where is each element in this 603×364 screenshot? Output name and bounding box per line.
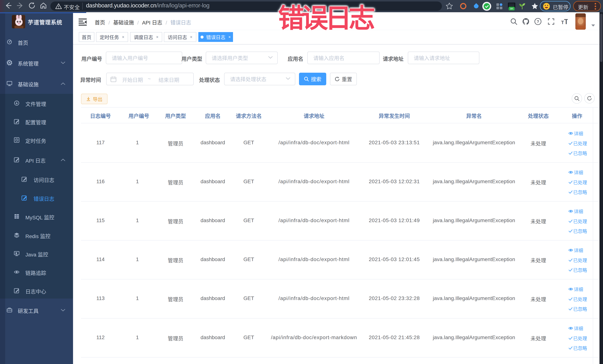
svg-text:T: T <box>564 18 568 25</box>
svg-text:?: ? <box>537 19 539 24</box>
svg-text:T: T <box>561 20 564 25</box>
svg-text:on: on <box>510 7 513 10</box>
